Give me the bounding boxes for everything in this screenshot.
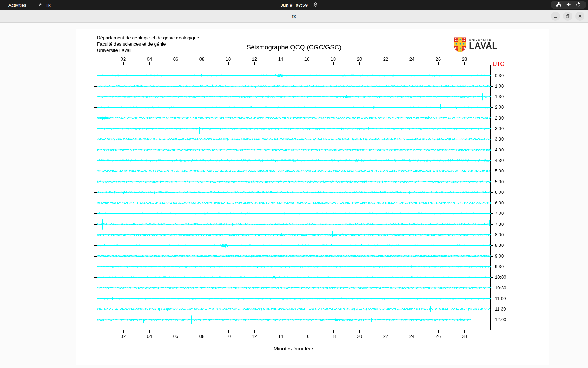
- x-tick-label-top: 08: [200, 56, 204, 62]
- plot-title: Séismographe QCQ (CGC/GSC): [247, 43, 341, 51]
- x-tick-label-top: 16: [304, 56, 309, 62]
- institution-line: Université Laval: [97, 47, 199, 54]
- x-tick-label-bottom: 28: [462, 334, 467, 339]
- x-tick-label-top: 14: [278, 56, 283, 62]
- x-tick-label-bottom: 20: [357, 334, 362, 339]
- time-label: 10:30: [495, 285, 506, 291]
- x-tick-label-top: 20: [357, 56, 362, 62]
- time-label: 5:30: [495, 179, 504, 184]
- x-tick-label-top: 10: [226, 56, 231, 62]
- volume-icon: [566, 2, 571, 8]
- time-label: 7:30: [495, 222, 504, 227]
- x-tick-label-top: 22: [383, 56, 388, 62]
- focused-app-name: Tk: [46, 2, 50, 8]
- focused-app-menu[interactable]: Tk: [38, 0, 50, 10]
- time-label: 11:00: [495, 296, 506, 301]
- notifications-off-icon: [313, 2, 318, 9]
- x-axis-title: Minutes écoulées: [274, 346, 315, 352]
- top-bar: Activities Tk Jun 9 07:59: [0, 0, 588, 10]
- institution-line: Faculté des sciences et de génie: [97, 41, 199, 47]
- x-tick-label-bottom: 14: [278, 334, 283, 339]
- x-tick-label-bottom: 08: [200, 334, 204, 339]
- time-label: 2:00: [495, 104, 504, 110]
- clock: Jun 9 07:59: [0, 0, 588, 10]
- x-tick-label-bottom: 22: [383, 334, 388, 339]
- x-tick-label-top: 12: [252, 56, 257, 62]
- x-tick-label-bottom: 12: [252, 334, 257, 339]
- institution-block: Département de géologie et de génie géol…: [97, 35, 199, 54]
- time-label: 3:00: [495, 126, 504, 131]
- seismogram-canvas: [76, 29, 549, 365]
- institution-line: Département de géologie et de génie géol…: [97, 35, 199, 41]
- time-label: 12:00: [495, 317, 506, 322]
- x-tick-label-bottom: 10: [226, 334, 231, 339]
- x-tick-label-bottom: 26: [436, 334, 441, 339]
- time-label: 1:00: [495, 83, 504, 89]
- x-tick-label-top: 04: [147, 56, 152, 62]
- x-tick-label-top: 06: [173, 56, 178, 62]
- minimize-icon: [553, 14, 558, 19]
- x-tick-label-bottom: 18: [331, 334, 336, 339]
- x-tick-label-top: 28: [462, 56, 467, 62]
- x-tick-label-bottom: 24: [410, 334, 414, 339]
- time-label: 2:30: [495, 115, 504, 121]
- time-label: 5:00: [495, 168, 504, 173]
- time-label: 10:00: [495, 274, 506, 280]
- logo-laval-text: LAVAL: [469, 41, 498, 50]
- utc-axis-label: UTC: [493, 61, 504, 67]
- time-label: 8:00: [495, 232, 504, 237]
- time-label: 11:30: [495, 306, 506, 312]
- time-label: 1:30: [495, 94, 504, 99]
- minimize-button[interactable]: [551, 12, 560, 21]
- window-title-bar[interactable]: tk: [0, 10, 588, 23]
- x-tick-label-top: 24: [410, 56, 414, 62]
- power-icon: [576, 2, 581, 8]
- time-label: 7:00: [495, 211, 504, 216]
- x-tick-label-top: 02: [121, 56, 126, 62]
- time-label: 8:30: [495, 243, 504, 248]
- x-tick-label-bottom: 02: [121, 334, 126, 339]
- activities-button[interactable]: Activities: [5, 0, 30, 10]
- time-label: 9:00: [495, 253, 504, 259]
- x-tick-label-bottom: 04: [147, 334, 152, 339]
- tk-canvas-panel: Département de géologie et de génie géol…: [76, 29, 549, 365]
- network-icon: [556, 2, 561, 8]
- clock-time: 07:59: [296, 2, 307, 8]
- clock-date: Jun 9: [280, 2, 292, 8]
- x-tick-label-top: 26: [436, 56, 441, 62]
- x-tick-label-bottom: 06: [173, 334, 178, 339]
- window-title: tk: [0, 10, 588, 22]
- time-label: 4:00: [495, 147, 504, 152]
- time-label: 4:30: [495, 158, 504, 163]
- system-status-area[interactable]: [551, 1, 586, 9]
- time-label: 6:30: [495, 200, 504, 205]
- time-label: 0:30: [495, 73, 504, 78]
- time-label: 9:30: [495, 264, 504, 269]
- close-button[interactable]: [575, 12, 584, 21]
- time-label: 6:00: [495, 190, 504, 195]
- laval-shield-icon: [454, 37, 467, 54]
- close-icon: [578, 14, 582, 19]
- x-tick-label-bottom: 16: [304, 334, 309, 339]
- x-tick-label-top: 18: [331, 56, 336, 62]
- restore-icon: [565, 14, 570, 19]
- time-label: 3:30: [495, 136, 504, 142]
- restore-button[interactable]: [563, 12, 572, 21]
- universite-laval-logo: UNIVERSITÉ LAVAL: [454, 37, 498, 54]
- clock-button[interactable]: Jun 9 07:59: [280, 2, 307, 8]
- tk-icon: [38, 2, 43, 8]
